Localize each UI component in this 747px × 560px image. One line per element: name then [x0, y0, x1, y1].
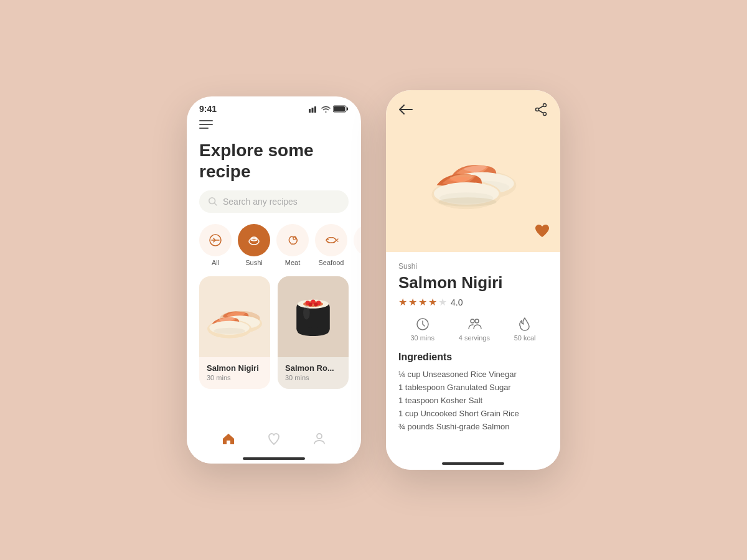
- share-icon: [534, 103, 548, 116]
- meta-servings: 4 servings: [459, 317, 490, 342]
- phone-home-screen: 9:41: [187, 96, 361, 464]
- share-button[interactable]: [534, 103, 548, 119]
- svg-point-27: [314, 303, 317, 307]
- seafood-icon: [323, 232, 339, 248]
- svg-point-10: [293, 237, 296, 240]
- hamburger-line-2: [199, 124, 213, 125]
- svg-point-26: [308, 303, 312, 307]
- people-icon: [467, 317, 482, 332]
- recipe-card-1-body: Salmon Nigiri 30 mins: [199, 357, 270, 389]
- recipe-card-1-image: [199, 276, 270, 357]
- detail-home-indicator: [442, 462, 504, 465]
- status-icons: [309, 105, 349, 113]
- category-seafood-label: Seafood: [319, 259, 344, 266]
- meta-time: 30 mins: [410, 317, 435, 342]
- category-meat[interactable]: Meat: [276, 224, 309, 266]
- plate-icon: [207, 232, 223, 248]
- status-time: 9:41: [199, 104, 217, 114]
- meta-servings-label: 4 servings: [459, 334, 490, 342]
- salmon-nigiri-large-art: [417, 128, 529, 215]
- profile-icon: [312, 431, 327, 446]
- star-4: ★: [428, 296, 437, 308]
- ingredient-3: 1 teaspoon Kosher Salt: [398, 394, 548, 407]
- ingredient-1: ¼ cup Unseasoned Rice Vinegar: [398, 368, 548, 381]
- category-all-label: All: [212, 259, 219, 266]
- status-bar: 9:41: [187, 96, 361, 118]
- salmon-nigiri-small-art: [200, 292, 269, 342]
- back-arrow-icon: [398, 104, 413, 115]
- svg-point-31: [543, 104, 547, 107]
- svg-rect-2: [314, 106, 316, 113]
- meta-time-label: 30 mins: [410, 334, 435, 342]
- rating-row: ★ ★ ★ ★ ★ 4.0: [398, 296, 548, 308]
- category-cake-icon: [354, 224, 361, 256]
- meat-icon: [284, 232, 301, 248]
- phone-detail-screen: Sushi Salmon Nigiri ★ ★ ★ ★ ★ 4.0: [386, 90, 560, 470]
- meta-kcal-label: 50 kcal: [514, 334, 536, 342]
- svg-rect-0: [309, 109, 311, 113]
- svg-rect-5: [334, 106, 345, 111]
- rating-value: 4.0: [451, 297, 463, 307]
- ingredient-4: 1 cup Uncooked Short Grain Rice: [398, 407, 548, 420]
- nav-favorites[interactable]: [266, 431, 281, 446]
- detail-title: Salmon Nigiri: [398, 273, 548, 292]
- star-5: ★: [438, 296, 447, 308]
- signal-icon: [309, 106, 319, 113]
- recipe-grid: Salmon Nigiri 30 mins: [187, 276, 361, 389]
- meta-kcal: 50 kcal: [514, 317, 536, 342]
- svg-point-28: [303, 306, 310, 319]
- heart-icon: [534, 223, 550, 238]
- category-seafood-icon: [315, 224, 347, 256]
- favorites-icon: [266, 431, 281, 446]
- svg-point-32: [543, 113, 547, 116]
- search-icon: [208, 197, 218, 207]
- page-title: Explore some recipe: [187, 134, 361, 190]
- detail-hero-image: [386, 90, 560, 252]
- favorite-button[interactable]: [534, 223, 550, 242]
- home-indicator: [243, 457, 305, 460]
- nav-profile[interactable]: [312, 431, 327, 446]
- category-cake[interactable]: C...: [354, 224, 361, 266]
- salmon-roll-small-art: [279, 292, 347, 342]
- svg-point-11: [327, 239, 329, 240]
- svg-rect-1: [312, 108, 314, 113]
- recipe-card-1-name: Salmon Nigiri: [207, 363, 263, 373]
- back-button[interactable]: [398, 103, 413, 119]
- svg-point-29: [298, 327, 329, 336]
- sushi-icon: [246, 232, 262, 248]
- recipe-card-2-time: 30 mins: [285, 374, 341, 381]
- star-2: ★: [408, 296, 417, 308]
- svg-point-43: [475, 319, 479, 323]
- svg-point-18: [214, 328, 245, 334]
- star-3: ★: [418, 296, 427, 308]
- hamburger-line-3: [199, 128, 209, 129]
- ingredient-5: ¾ pounds Sushi-grade Salmon: [398, 420, 548, 433]
- detail-content: Sushi Salmon Nigiri ★ ★ ★ ★ ★ 4.0: [386, 252, 560, 470]
- category-meat-icon: [276, 224, 309, 256]
- category-seafood[interactable]: Seafood: [315, 224, 347, 266]
- recipe-card-1-time: 30 mins: [207, 374, 263, 381]
- search-placeholder: Search any recipes: [223, 197, 298, 207]
- ingredient-2: 1 tablespoon Granulated Sugar: [398, 381, 548, 394]
- star-1: ★: [398, 296, 407, 308]
- category-sushi[interactable]: Sushi: [238, 224, 270, 266]
- recipe-card-1[interactable]: Salmon Nigiri 30 mins: [199, 276, 270, 389]
- svg-point-40: [438, 197, 497, 206]
- nav-home[interactable]: [221, 431, 236, 446]
- category-sushi-label: Sushi: [245, 259, 263, 266]
- detail-category: Sushi: [398, 262, 548, 271]
- recipe-card-2[interactable]: Salmon Ro... 30 mins: [278, 276, 349, 389]
- home-icon: [221, 431, 236, 446]
- hamburger-line-1: [199, 120, 213, 121]
- hamburger-menu[interactable]: [187, 118, 361, 134]
- flame-icon: [517, 317, 532, 332]
- category-all[interactable]: All: [199, 224, 232, 266]
- battery-icon: [333, 105, 349, 113]
- svg-point-30: [317, 434, 322, 439]
- recipe-card-2-image: [278, 276, 349, 357]
- wifi-icon: [321, 106, 331, 113]
- search-bar[interactable]: Search any recipes: [199, 190, 349, 213]
- category-sushi-icon: [238, 224, 270, 256]
- category-meat-label: Meat: [285, 259, 300, 266]
- svg-point-33: [536, 108, 539, 111]
